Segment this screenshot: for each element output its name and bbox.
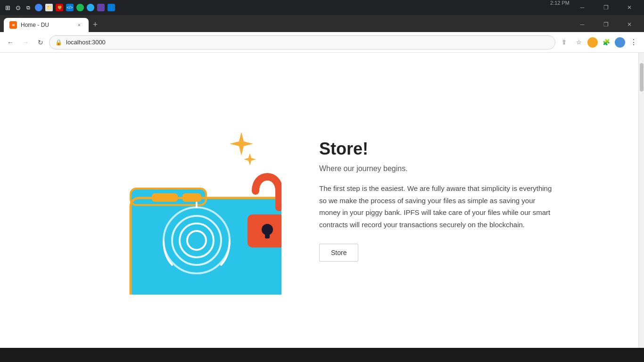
reload-button[interactable]: ↻ [34,36,47,49]
url-text: localhost:3000 [66,39,106,46]
page-title: Store! [319,139,555,159]
taskview-icon[interactable]: ⧉ [25,4,32,11]
tab-label: Home - DU [21,22,49,28]
tab-close-button[interactable]: × [75,21,83,29]
page-content: Store! Where our journey begins. The fir… [0,53,638,348]
toolbar-right: ⇧ ☆ 🧩 ⋮ [557,36,640,49]
share-icon[interactable]: ⇧ [557,36,570,49]
spotify-icon [76,4,84,11]
system-clock: 2:12 PM [550,0,570,15]
tab-bar: ≋ Home - DU × + ─ ❐ ✕ [0,15,644,32]
minimize-button[interactable]: ─ [571,0,593,15]
browser-content: Store! Where our journey begins. The fir… [0,53,644,348]
back-button[interactable]: ← [4,36,17,49]
system-tray-icons: ⊞ ⊙ ⧉ 📁 🦁 </> [4,4,115,11]
windows-start-icon[interactable]: ⊞ [4,4,11,11]
page-subtitle: Where our journey begins. [319,165,555,173]
chrome-icon [35,4,42,11]
browser-toolbar: ← → ↻ 🔒 localhost:3000 ⇧ ☆ 🧩 ⋮ [0,32,644,53]
app-icon [97,4,105,11]
edge-icon [107,4,115,11]
address-bar[interactable]: 🔒 localhost:3000 [49,35,555,49]
tab-favicon: ≋ [9,21,17,29]
content-section: Store! Where our journey begins. The fir… [319,139,555,262]
bookmark-icon[interactable]: ☆ [572,36,586,49]
explorer-icon: 📁 [45,4,53,11]
page-body: The first step is the easiest. We are fu… [319,182,555,230]
tab-close[interactable]: ✕ [619,17,640,32]
lock-icon: 🔒 [55,39,62,46]
sparkles [230,132,256,165]
store-button[interactable]: Store [319,244,358,262]
active-tab[interactable]: ≋ Home - DU × [4,18,89,32]
svg-rect-8 [265,231,270,239]
forward-button[interactable]: → [19,36,32,49]
window-controls: 2:12 PM ─ ❐ ✕ [546,0,640,15]
profile-icon[interactable] [615,37,625,48]
hero-illustration [83,106,281,295]
new-tab-button[interactable]: + [89,18,102,31]
brave-icon: 🦁 [56,4,63,11]
maximize-button[interactable]: ❐ [595,0,617,15]
illustration-svg [83,106,281,295]
taskbar [0,348,644,362]
hero-section: Store! Where our journey begins. The fir… [83,106,555,295]
vscode-icon: </> [66,4,74,11]
menu-icon[interactable]: ⋮ [627,36,640,49]
tab-maximize[interactable]: ❐ [595,17,617,32]
scrollbar-thumb[interactable] [640,63,644,91]
telegram-icon [87,4,94,11]
extensions-icon[interactable]: 🧩 [600,36,613,49]
metamask-icon[interactable] [587,37,598,48]
close-button[interactable]: ✕ [619,0,640,15]
scrollbar[interactable] [638,53,644,348]
tab-minimize[interactable]: ─ [571,17,593,32]
titlebar: ⊞ ⊙ ⧉ 📁 🦁 </> 2:12 PM ─ ❐ ✕ [0,0,644,15]
search-icon[interactable]: ⊙ [14,4,22,11]
